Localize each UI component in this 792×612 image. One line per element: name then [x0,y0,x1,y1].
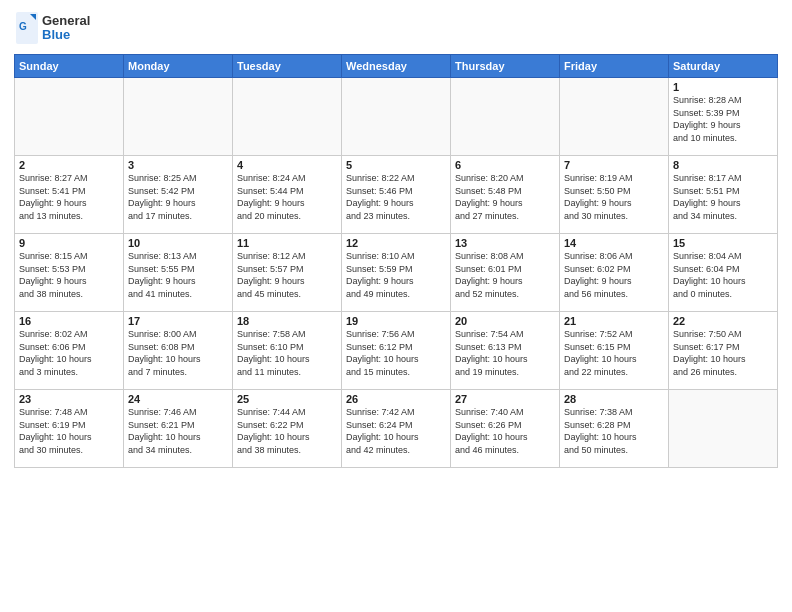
day-info: Sunrise: 7:38 AM Sunset: 6:28 PM Dayligh… [564,406,664,456]
weekday-header: Wednesday [342,55,451,78]
calendar-day-cell: 2Sunrise: 8:27 AM Sunset: 5:41 PM Daylig… [15,156,124,234]
calendar-week-row: 23Sunrise: 7:48 AM Sunset: 6:19 PM Dayli… [15,390,778,468]
day-info: Sunrise: 7:50 AM Sunset: 6:17 PM Dayligh… [673,328,773,378]
calendar-day-cell: 15Sunrise: 8:04 AM Sunset: 6:04 PM Dayli… [669,234,778,312]
calendar-day-cell [451,78,560,156]
day-number: 22 [673,315,773,327]
day-number: 14 [564,237,664,249]
day-info: Sunrise: 7:46 AM Sunset: 6:21 PM Dayligh… [128,406,228,456]
weekday-header: Sunday [15,55,124,78]
calendar-day-cell [669,390,778,468]
calendar-day-cell [342,78,451,156]
day-info: Sunrise: 8:08 AM Sunset: 6:01 PM Dayligh… [455,250,555,300]
day-number: 20 [455,315,555,327]
day-info: Sunrise: 8:28 AM Sunset: 5:39 PM Dayligh… [673,94,773,144]
calendar-day-cell [233,78,342,156]
day-number: 17 [128,315,228,327]
calendar-header-row: SundayMondayTuesdayWednesdayThursdayFrid… [15,55,778,78]
day-number: 10 [128,237,228,249]
day-info: Sunrise: 8:00 AM Sunset: 6:08 PM Dayligh… [128,328,228,378]
calendar-day-cell: 18Sunrise: 7:58 AM Sunset: 6:10 PM Dayli… [233,312,342,390]
calendar-day-cell: 21Sunrise: 7:52 AM Sunset: 6:15 PM Dayli… [560,312,669,390]
day-info: Sunrise: 8:25 AM Sunset: 5:42 PM Dayligh… [128,172,228,222]
day-number: 8 [673,159,773,171]
day-number: 5 [346,159,446,171]
day-info: Sunrise: 7:58 AM Sunset: 6:10 PM Dayligh… [237,328,337,378]
day-info: Sunrise: 7:52 AM Sunset: 6:15 PM Dayligh… [564,328,664,378]
day-number: 15 [673,237,773,249]
calendar-day-cell: 23Sunrise: 7:48 AM Sunset: 6:19 PM Dayli… [15,390,124,468]
calendar-day-cell: 20Sunrise: 7:54 AM Sunset: 6:13 PM Dayli… [451,312,560,390]
day-number: 13 [455,237,555,249]
weekday-header: Thursday [451,55,560,78]
calendar-week-row: 9Sunrise: 8:15 AM Sunset: 5:53 PM Daylig… [15,234,778,312]
day-info: Sunrise: 8:27 AM Sunset: 5:41 PM Dayligh… [19,172,119,222]
calendar-week-row: 1Sunrise: 8:28 AM Sunset: 5:39 PM Daylig… [15,78,778,156]
day-info: Sunrise: 7:42 AM Sunset: 6:24 PM Dayligh… [346,406,446,456]
calendar-table: SundayMondayTuesdayWednesdayThursdayFrid… [14,54,778,468]
calendar-day-cell: 26Sunrise: 7:42 AM Sunset: 6:24 PM Dayli… [342,390,451,468]
calendar-day-cell: 5Sunrise: 8:22 AM Sunset: 5:46 PM Daylig… [342,156,451,234]
day-info: Sunrise: 8:17 AM Sunset: 5:51 PM Dayligh… [673,172,773,222]
day-info: Sunrise: 7:48 AM Sunset: 6:19 PM Dayligh… [19,406,119,456]
day-number: 19 [346,315,446,327]
calendar-week-row: 2Sunrise: 8:27 AM Sunset: 5:41 PM Daylig… [15,156,778,234]
day-number: 7 [564,159,664,171]
calendar-day-cell: 17Sunrise: 8:00 AM Sunset: 6:08 PM Dayli… [124,312,233,390]
svg-text:General: General [42,13,90,28]
day-info: Sunrise: 8:15 AM Sunset: 5:53 PM Dayligh… [19,250,119,300]
calendar-day-cell: 24Sunrise: 7:46 AM Sunset: 6:21 PM Dayli… [124,390,233,468]
day-info: Sunrise: 8:13 AM Sunset: 5:55 PM Dayligh… [128,250,228,300]
day-info: Sunrise: 7:44 AM Sunset: 6:22 PM Dayligh… [237,406,337,456]
day-number: 6 [455,159,555,171]
day-number: 4 [237,159,337,171]
calendar-day-cell: 7Sunrise: 8:19 AM Sunset: 5:50 PM Daylig… [560,156,669,234]
calendar-day-cell [15,78,124,156]
day-number: 16 [19,315,119,327]
calendar-day-cell: 14Sunrise: 8:06 AM Sunset: 6:02 PM Dayli… [560,234,669,312]
calendar-day-cell: 12Sunrise: 8:10 AM Sunset: 5:59 PM Dayli… [342,234,451,312]
day-info: Sunrise: 8:10 AM Sunset: 5:59 PM Dayligh… [346,250,446,300]
day-info: Sunrise: 8:24 AM Sunset: 5:44 PM Dayligh… [237,172,337,222]
calendar-day-cell: 8Sunrise: 8:17 AM Sunset: 5:51 PM Daylig… [669,156,778,234]
calendar-day-cell: 19Sunrise: 7:56 AM Sunset: 6:12 PM Dayli… [342,312,451,390]
calendar-day-cell: 6Sunrise: 8:20 AM Sunset: 5:48 PM Daylig… [451,156,560,234]
weekday-header: Saturday [669,55,778,78]
calendar-day-cell: 13Sunrise: 8:08 AM Sunset: 6:01 PM Dayli… [451,234,560,312]
calendar-day-cell: 1Sunrise: 8:28 AM Sunset: 5:39 PM Daylig… [669,78,778,156]
day-info: Sunrise: 8:20 AM Sunset: 5:48 PM Dayligh… [455,172,555,222]
day-number: 25 [237,393,337,405]
day-number: 27 [455,393,555,405]
calendar-day-cell: 4Sunrise: 8:24 AM Sunset: 5:44 PM Daylig… [233,156,342,234]
calendar-day-cell: 25Sunrise: 7:44 AM Sunset: 6:22 PM Dayli… [233,390,342,468]
day-info: Sunrise: 7:40 AM Sunset: 6:26 PM Dayligh… [455,406,555,456]
day-number: 9 [19,237,119,249]
day-info: Sunrise: 8:12 AM Sunset: 5:57 PM Dayligh… [237,250,337,300]
logo-svg: General Blue G [14,10,104,46]
calendar-day-cell [560,78,669,156]
calendar-day-cell: 27Sunrise: 7:40 AM Sunset: 6:26 PM Dayli… [451,390,560,468]
page-container: General Blue G SundayMondayTuesdayWednes… [0,0,792,612]
day-info: Sunrise: 7:56 AM Sunset: 6:12 PM Dayligh… [346,328,446,378]
calendar-day-cell: 11Sunrise: 8:12 AM Sunset: 5:57 PM Dayli… [233,234,342,312]
day-number: 12 [346,237,446,249]
day-info: Sunrise: 8:04 AM Sunset: 6:04 PM Dayligh… [673,250,773,300]
day-number: 24 [128,393,228,405]
day-number: 18 [237,315,337,327]
calendar-day-cell: 10Sunrise: 8:13 AM Sunset: 5:55 PM Dayli… [124,234,233,312]
logo: General Blue G [14,10,104,46]
day-number: 11 [237,237,337,249]
calendar-week-row: 16Sunrise: 8:02 AM Sunset: 6:06 PM Dayli… [15,312,778,390]
calendar-day-cell: 28Sunrise: 7:38 AM Sunset: 6:28 PM Dayli… [560,390,669,468]
weekday-header: Tuesday [233,55,342,78]
day-info: Sunrise: 8:22 AM Sunset: 5:46 PM Dayligh… [346,172,446,222]
day-number: 23 [19,393,119,405]
calendar-day-cell: 22Sunrise: 7:50 AM Sunset: 6:17 PM Dayli… [669,312,778,390]
day-info: Sunrise: 8:06 AM Sunset: 6:02 PM Dayligh… [564,250,664,300]
day-info: Sunrise: 8:02 AM Sunset: 6:06 PM Dayligh… [19,328,119,378]
day-info: Sunrise: 7:54 AM Sunset: 6:13 PM Dayligh… [455,328,555,378]
day-info: Sunrise: 8:19 AM Sunset: 5:50 PM Dayligh… [564,172,664,222]
calendar-day-cell: 16Sunrise: 8:02 AM Sunset: 6:06 PM Dayli… [15,312,124,390]
calendar-day-cell: 9Sunrise: 8:15 AM Sunset: 5:53 PM Daylig… [15,234,124,312]
svg-text:G: G [19,21,27,32]
